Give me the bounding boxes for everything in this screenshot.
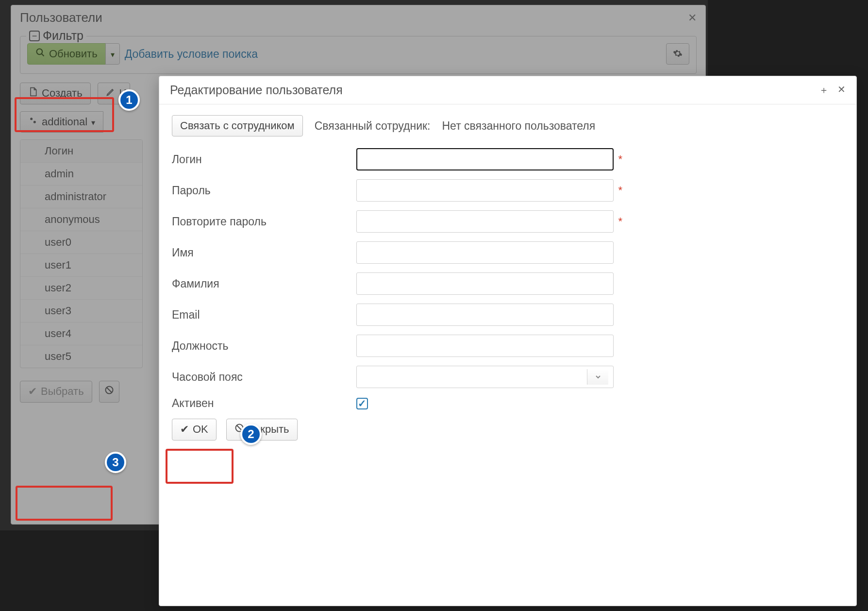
lastname-input[interactable]	[356, 272, 614, 295]
position-label: Должность	[172, 339, 356, 353]
link-employee-button[interactable]: Связать с сотрудником	[172, 115, 303, 136]
lastname-label: Фамилия	[172, 277, 356, 290]
login-input[interactable]	[356, 148, 614, 170]
plus-icon[interactable]: ＋	[819, 84, 829, 97]
timezone-select[interactable]	[356, 366, 614, 388]
dialog-header: Редактирование пользователя ＋ ✕	[159, 76, 856, 104]
link-employee-label: Связать с сотрудником	[180, 119, 295, 132]
chevron-down-icon[interactable]	[587, 369, 608, 385]
password-input[interactable]	[356, 179, 614, 202]
email-input[interactable]	[356, 304, 614, 326]
ok-button[interactable]: ✔ OK	[172, 419, 217, 440]
timezone-label: Часовой пояс	[172, 371, 356, 384]
ok-button-label: OK	[193, 423, 208, 436]
password2-label: Повторите пароль	[172, 215, 356, 228]
badge-2: 2	[240, 424, 262, 445]
active-checkbox[interactable]: ✓	[356, 398, 368, 409]
badge-1: 1	[118, 89, 140, 111]
edit-user-dialog: Редактирование пользователя ＋ ✕ Связать …	[159, 76, 857, 606]
firstname-input[interactable]	[356, 241, 614, 264]
close-button[interactable]: Закрыть	[226, 419, 298, 440]
password-label: Пароль	[172, 184, 356, 197]
active-label: Активен	[172, 397, 356, 410]
badge-3: 3	[105, 452, 126, 473]
dialog-title: Редактирование пользователя	[170, 83, 343, 97]
linked-employee-value: Нет связанного пользователя	[442, 119, 596, 133]
email-label: Email	[172, 308, 356, 322]
linked-employee-label: Связанный сотрудник:	[315, 119, 431, 133]
firstname-label: Имя	[172, 246, 356, 259]
login-label: Логин	[172, 153, 356, 166]
close-icon[interactable]: ✕	[837, 84, 846, 97]
password-confirm-input[interactable]	[356, 210, 614, 233]
check-icon: ✔	[180, 423, 189, 436]
position-input[interactable]	[356, 335, 614, 357]
